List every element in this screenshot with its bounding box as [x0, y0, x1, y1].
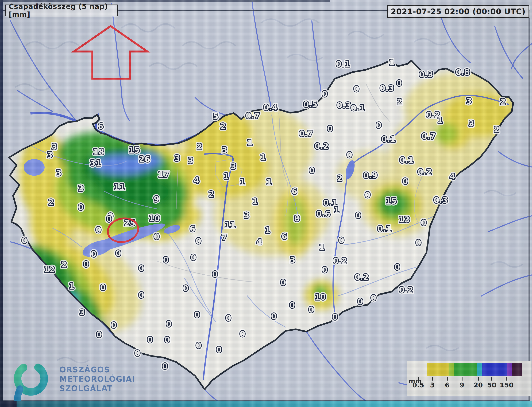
station-value: 15 — [129, 145, 140, 155]
station-value: 0 — [166, 319, 172, 329]
legend-tick-label: 6 — [445, 381, 449, 389]
station-value: 1 — [265, 226, 270, 235]
station-value: 0 — [421, 218, 427, 227]
station-value: 0 — [147, 335, 153, 344]
station-value: 1 — [437, 116, 443, 125]
station-value: 0 — [196, 236, 201, 246]
station-value: 10 — [149, 214, 160, 223]
legend-tick-mark — [506, 377, 507, 381]
legend: mm 0.53692050150 — [407, 361, 532, 396]
station-value: 17 — [158, 170, 169, 179]
station-value: 6 — [190, 224, 195, 234]
legend-color-segment — [507, 363, 512, 376]
station-value: 0 — [216, 345, 222, 354]
station-value: 0 — [162, 362, 168, 371]
station-value: 0 — [183, 284, 188, 293]
station-value: 3 — [78, 184, 84, 193]
station-value: 3 — [52, 142, 57, 151]
station-value: 0 — [308, 305, 314, 314]
legend-tick-label: 0.5 — [412, 381, 424, 389]
station-value: 0.2 — [418, 167, 432, 177]
station-value: 0.1 — [381, 134, 395, 144]
station-value: 1 — [389, 58, 395, 67]
legend-tick-label: 20 — [474, 381, 483, 389]
station-value: 0 — [394, 262, 400, 272]
station-value: 3 — [231, 162, 236, 171]
station-value: 0 — [96, 330, 102, 339]
station-value: 3 — [469, 119, 474, 128]
station-value: 0.2 — [399, 285, 413, 295]
station-value: 3 — [290, 255, 295, 265]
station-value: 1 — [69, 281, 74, 291]
station-value: 0.9 — [363, 171, 378, 180]
station-value: 2 — [220, 122, 226, 131]
station-value: 0.2 — [314, 141, 329, 151]
legend-tick-mark — [492, 377, 492, 381]
photo-edge-top — [0, 0, 330, 2]
station-value: 0 — [339, 236, 344, 245]
legend-tick-label: 3 — [430, 381, 435, 389]
station-value: 8 — [294, 214, 300, 223]
station-value: 0 — [78, 203, 84, 212]
station-value: 0 — [403, 177, 408, 186]
station-value: 1 — [266, 177, 272, 187]
legend-color-segment — [482, 363, 507, 376]
station-value: 0.2 — [355, 273, 369, 282]
station-value: 0 — [96, 225, 101, 235]
map-frame-right — [529, 10, 530, 401]
station-value: 3 — [80, 308, 85, 317]
station-value: 0 — [100, 283, 106, 292]
station-value: 0 — [396, 78, 402, 88]
legend-color-segment — [427, 363, 449, 376]
station-value: 2 — [61, 260, 67, 269]
station-value: 2 — [197, 142, 202, 151]
station-value: 6 — [292, 187, 297, 196]
omsz-logo-line2: METEOROLÓGIAI — [59, 375, 135, 384]
legend-tick-label: 9 — [460, 381, 464, 389]
station-value: 0 — [357, 297, 363, 306]
taskbar-strip — [0, 401, 532, 407]
lake-ferto — [24, 159, 45, 176]
station-value: 15 — [386, 196, 397, 206]
station-value: 0.2 — [333, 256, 347, 266]
station-value: 1 — [240, 177, 245, 187]
station-value: 3 — [56, 168, 62, 178]
station-value: 0 — [163, 255, 169, 265]
station-value: 10 — [314, 292, 326, 302]
omsz-logo-line1: ORSZÁGOS — [59, 365, 135, 375]
station-value: 0 — [164, 335, 170, 344]
station-value: 0 — [22, 236, 27, 245]
station-value: 3 — [222, 145, 227, 155]
station-value: 4 — [194, 176, 199, 185]
station-value: 0 — [322, 89, 328, 99]
station-value: 0 — [106, 214, 112, 224]
station-value: 2 — [209, 189, 214, 199]
station-value: 0.1 — [336, 59, 350, 69]
station-value: 0.7 — [246, 111, 260, 120]
station-value: 3 — [174, 154, 180, 163]
station-value: 0 — [138, 264, 144, 273]
station-value: 0 — [135, 349, 140, 358]
station-value: 0.1 — [351, 103, 365, 113]
station-value: 0 — [226, 313, 231, 323]
station-value: 0 — [376, 121, 381, 130]
station-value: 11 — [224, 220, 235, 229]
station-value: 0 — [194, 310, 200, 320]
station-value: 0.3 — [419, 70, 433, 79]
station-value: 0 — [154, 232, 159, 241]
station-value: 5 — [213, 112, 218, 121]
station-value: 26 — [139, 154, 150, 164]
station-value: 2 — [397, 97, 403, 107]
station-value: 3 — [244, 211, 250, 220]
station-value: 0.5 — [303, 100, 318, 109]
weather-map-screenshot: 3333181815153131262666331717331111220099… — [0, 0, 532, 407]
legend-color-segment — [512, 363, 522, 376]
legend-tick-mark — [478, 377, 479, 381]
station-value: 0.1 — [399, 155, 414, 165]
station-value: 0 — [355, 211, 361, 220]
omsz-logo: ORSZÁGOS METEOROLÓGIAI SZOLGÁLAT — [10, 360, 135, 404]
station-value: 1 — [319, 243, 325, 252]
map-title: Csapadékösszeg (5 nap) [mm] — [9, 2, 117, 18]
photo-edge-left — [0, 0, 3, 407]
station-value: 31 — [90, 158, 101, 168]
